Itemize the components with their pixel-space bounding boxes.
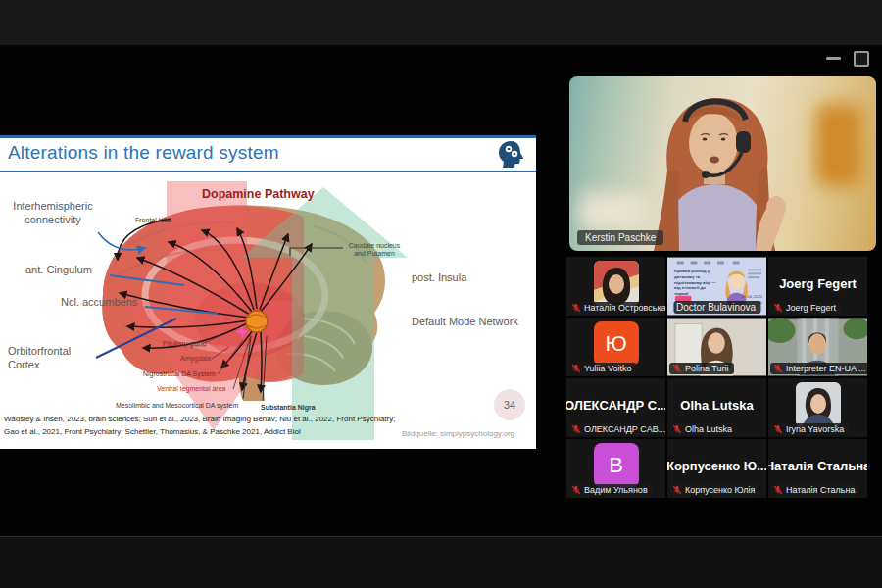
participant-name-label: Olha Lutska: [669, 423, 737, 435]
bottom-letterbox: [0, 536, 882, 588]
muted-mic-icon: [773, 485, 783, 495]
label-caudate-putamen: Caudate nucleus and Putamen: [343, 242, 406, 258]
label-amygdala: Amygdala: [180, 355, 211, 363]
speaker-video-tile[interactable]: Kerstin Paschke: [569, 76, 876, 251]
image-credit: Bildquelle: simplypsychology.org: [402, 429, 514, 438]
brain-gears-icon: [497, 140, 530, 169]
minimize-icon[interactable]: [826, 57, 841, 60]
citation-line-2: Gao et al., 2021, Front Psychiatry; Sche…: [4, 426, 425, 439]
participant-tile[interactable]: Joerg Fegert Joerg Fegert: [768, 257, 867, 316]
participant-tile[interactable]: Корпусенко Ю... Корпусенко Юлія: [667, 439, 766, 498]
participant-name-label: Корпусенко Юлія: [669, 484, 760, 496]
label-pituitary-gland: Pituitary gland: [163, 340, 206, 348]
label-ant-cingulum: ant. Cingulum: [25, 263, 92, 276]
label-default-mode-network: Default Mode Network: [412, 315, 529, 328]
label-nigrostriatal: Nigrostriatal DA System: [143, 370, 216, 378]
participant-name-label: Наталія Островська: [568, 302, 665, 314]
muted-mic-icon: [773, 364, 783, 373]
citation-line-1: Wadsley & Ihsen, 2023, brain sciences; S…: [4, 414, 425, 426]
diagram-heading: Dopamine Pathway: [202, 187, 315, 201]
top-letterbox: [0, 0, 882, 46]
muted-mic-icon: [672, 364, 682, 373]
participant-tile[interactable]: Polina Turii: [667, 318, 766, 376]
participant-photo: [594, 261, 639, 306]
meeting-window: Alterations in the reward system: [0, 0, 882, 588]
label-ventral-tegmental-area: Ventral tegmental area: [157, 385, 225, 393]
label-mesolimbic-mesocortical: Mesolimbic and Mesocortical DA system: [116, 402, 238, 410]
participant-tile[interactable]: Ю Yuliia Voitko: [566, 318, 665, 376]
label-orbitofrontal-cortex: Orbitorfrontal Cortex: [8, 344, 88, 372]
participant-tile[interactable]: Наталія Островська: [566, 257, 665, 316]
slide-page-number: 34: [494, 389, 525, 420]
participant-tile[interactable]: Iryna Yavorska: [768, 378, 867, 437]
participant-name-label: Наталія Стальна: [770, 484, 859, 496]
participant-name-label: Polina Turii: [669, 363, 734, 374]
participant-tile[interactable]: ОЛЕКСАНДР С... ОЛЕКСАНДР САВ...: [566, 378, 665, 437]
participant-grid: Наталія Островська Ігровий розлад у дитя…: [566, 257, 869, 500]
label-post-insula: post. Insula: [412, 270, 466, 284]
muted-mic-icon: [773, 303, 783, 313]
participant-avatar: Ю: [594, 321, 639, 367]
participant-tile[interactable]: Наталія Стальна Наталія Стальна: [768, 439, 867, 498]
woman-photo-art: [796, 382, 841, 427]
label-substantia-nigra: Substantia Nigra: [261, 404, 316, 412]
speaker-name-label: Kerstin Paschke: [577, 230, 663, 245]
participant-tile[interactable]: Ігровий розлад у дитячому та підлітковом…: [667, 257, 766, 316]
participant-name-label: Iryna Yavorska: [770, 423, 849, 435]
participant-name-label: Вадим Ульянов: [568, 484, 653, 496]
muted-mic-icon: [571, 424, 581, 434]
woman-photo-art: [594, 261, 639, 306]
muted-mic-icon: [672, 485, 682, 495]
participant-tile[interactable]: Olha Lutska Olha Lutska: [667, 378, 766, 437]
restore-icon[interactable]: [854, 51, 869, 67]
participant-name-label: ОЛЕКСАНДР САВ...: [568, 423, 665, 435]
participant-tile[interactable]: В Вадим Ульянов: [566, 439, 665, 498]
poster-title: Ігровий розлад у дитячому та підлітковом…: [674, 269, 717, 297]
participant-name-label: Doctor Bulavinova: [673, 301, 760, 314]
muted-mic-icon: [571, 303, 581, 313]
label-interhemispheric-connectivity: Interhemispheric connectivity: [6, 199, 100, 227]
participant-name-label: Yuliia Voitko: [568, 363, 637, 374]
participant-name-label: Joerg Fegert: [770, 302, 841, 314]
muted-mic-icon: [571, 485, 581, 495]
muted-mic-icon: [571, 364, 581, 373]
muted-mic-icon: [672, 424, 682, 434]
participant-photo: [796, 382, 841, 427]
slide-title-bar: Alterations in the reward system: [0, 138, 536, 172]
slide-citations: Wadsley & Ihsen, 2023, brain sciences; S…: [4, 414, 425, 439]
participant-name-label: Interpreter EN-UA ...: [770, 363, 867, 374]
muted-mic-icon: [773, 424, 783, 434]
label-ncl-accumbens: Ncl. accumbens: [61, 295, 137, 309]
participant-tile[interactable]: Interpreter EN-UA ...: [768, 318, 867, 376]
speaker-portrait: [569, 76, 876, 251]
label-frontal-lobe: Frontal lobe: [135, 217, 172, 224]
shared-slide: Alterations in the reward system: [0, 135, 536, 449]
slide-title: Alterations in the reward system: [8, 142, 279, 164]
participant-avatar: В: [594, 443, 639, 488]
